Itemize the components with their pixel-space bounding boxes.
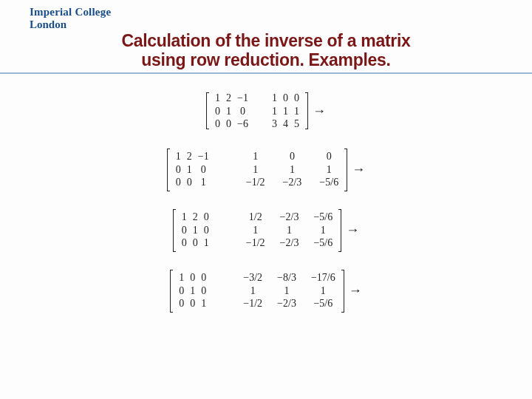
cell: 1: [195, 176, 212, 189]
cell: 0: [173, 163, 184, 177]
cell: −5/6: [310, 236, 335, 250]
header: Imperial College London Calculation of t…: [0, 0, 532, 74]
cell: 1: [240, 284, 265, 298]
cell: 1: [291, 105, 302, 118]
cell: 0: [291, 92, 302, 105]
matrix-step-2: 12−1 010 001 100 111 −1/2−2/3−5/6 →: [167, 149, 365, 191]
left-bracket: [206, 92, 209, 129]
cell: 0: [173, 176, 184, 189]
cell: 1: [223, 105, 234, 118]
cell: 0: [179, 224, 190, 237]
cell: −1/2: [240, 297, 265, 310]
cell: 1: [310, 224, 335, 237]
cell: 1: [201, 236, 212, 250]
cell: −3/2: [240, 271, 265, 284]
cell: 1: [187, 284, 198, 298]
cell: −2/3: [280, 176, 305, 189]
cell: −6: [234, 117, 251, 131]
matrix-left: 120 010 001: [179, 211, 212, 250]
cell: 1: [176, 271, 187, 284]
content: 12−1 010 00−6 100 111 345 → 12−1 010 001…: [0, 74, 532, 313]
title-line1: Calculation of the inverse of a matrix: [0, 31, 532, 50]
cell: 5: [291, 117, 302, 131]
matrix-step-4: 100 010 001 −3/2−8/3−17/6 111 −1/2−2/3−5…: [170, 270, 361, 313]
cell: −8/3: [274, 271, 299, 284]
title-line2: using row reduction. Examples.: [0, 50, 532, 69]
cell: −5/6: [316, 176, 341, 189]
cell: 0: [316, 150, 341, 163]
cell: 3: [269, 117, 280, 131]
cell: 0: [187, 297, 198, 310]
cell: 1: [269, 105, 280, 118]
matrix-right: 1/2−2/3−5/6 111 −1/2−2/3−5/6: [243, 211, 335, 250]
cell: 0: [201, 211, 212, 224]
cell: 0: [280, 92, 291, 105]
cell: 1: [243, 224, 268, 237]
cell: 1: [277, 224, 302, 237]
cell: 0: [234, 105, 251, 118]
logo-line2: London: [30, 18, 111, 31]
cell: 0: [190, 236, 201, 250]
matrix-left: 12−1 010 00−6: [212, 92, 251, 131]
right-bracket: [305, 92, 308, 129]
cell: −2/3: [277, 211, 302, 224]
cell: 0: [198, 271, 209, 284]
cell: −1/2: [243, 236, 268, 250]
right-bracket: [341, 270, 344, 313]
cell: 2: [184, 150, 195, 163]
cell: 1: [173, 150, 184, 163]
left-bracket: [167, 149, 170, 191]
cell: −2/3: [277, 236, 302, 250]
cell: 0: [212, 117, 223, 131]
matrix-left: 100 010 001: [176, 271, 209, 310]
cell: 1: [269, 92, 280, 105]
right-bracket: [338, 209, 341, 252]
right-bracket: [344, 149, 347, 191]
cell: 0: [280, 150, 305, 163]
cell: 0: [176, 284, 187, 298]
cell: −2/3: [274, 297, 299, 310]
cell: 1: [316, 163, 341, 177]
matrix-left: 12−1 010 001: [173, 150, 212, 189]
matrix-step-1: 12−1 010 00−6 100 111 345 →: [206, 92, 326, 131]
cell: 0: [184, 176, 195, 189]
arrow-icon: →: [344, 222, 359, 238]
cell: 0: [201, 224, 212, 237]
matrix-right: 100 111 −1/2−2/3−5/6: [243, 150, 341, 189]
left-bracket: [173, 209, 176, 252]
cell: 0: [212, 105, 223, 118]
cell: 1: [179, 211, 190, 224]
arrow-icon: →: [350, 162, 365, 177]
cell: −1: [195, 150, 212, 163]
cell: 1: [243, 150, 268, 163]
left-bracket: [170, 270, 173, 313]
cell: −5/6: [310, 211, 335, 224]
cell: 1: [212, 92, 223, 105]
cell: 1: [274, 284, 299, 298]
arrow-icon: →: [347, 283, 362, 299]
cell: 2: [190, 211, 201, 224]
cell: 1: [198, 297, 209, 310]
cell: −1: [234, 92, 251, 105]
cell: 1: [308, 284, 338, 298]
logo: Imperial College London: [30, 6, 111, 32]
cell: 1: [190, 224, 201, 237]
matrix-right: 100 111 345: [269, 92, 302, 131]
cell: 0: [187, 271, 198, 284]
cell: 2: [223, 92, 234, 105]
matrix-step-3: 120 010 001 1/2−2/3−5/6 111 −1/2−2/3−5/6…: [173, 209, 359, 252]
cell: 1: [184, 163, 195, 177]
cell: −5/6: [308, 297, 338, 310]
cell: 1: [280, 105, 291, 118]
cell: 4: [280, 117, 291, 131]
cell: 1/2: [243, 211, 268, 224]
cell: −17/6: [308, 271, 338, 284]
cell: 0: [179, 236, 190, 250]
cell: −1/2: [243, 176, 268, 189]
cell: 0: [195, 163, 212, 177]
matrix-right: −3/2−8/3−17/6 111 −1/2−2/3−5/6: [240, 271, 338, 310]
arrow-icon: →: [311, 103, 326, 119]
cell: 1: [280, 163, 305, 177]
cell: 1: [243, 163, 268, 177]
cell: 0: [176, 297, 187, 310]
